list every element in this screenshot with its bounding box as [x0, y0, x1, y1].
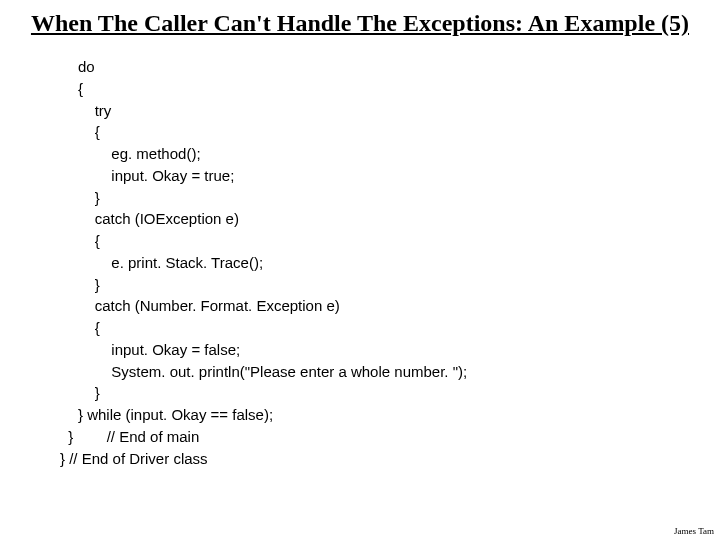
code-block: do { try { eg. method(); input. Okay = t…: [78, 56, 690, 469]
slide-title: When The Caller Can't Handle The Excepti…: [30, 8, 690, 38]
author-footer: James Tam: [674, 526, 714, 536]
